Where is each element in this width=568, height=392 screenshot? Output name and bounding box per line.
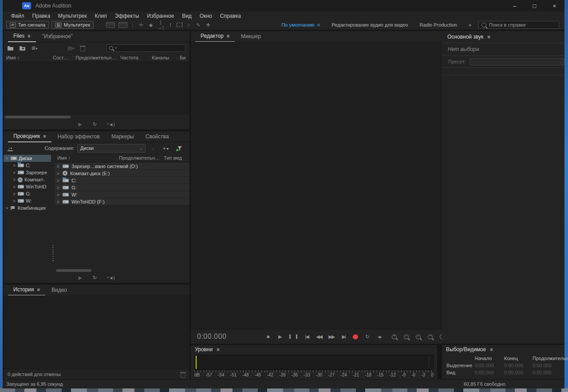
filter-icon[interactable] — [177, 145, 183, 151]
time-selection-tool-icon[interactable]: I — [167, 22, 174, 27]
content-select[interactable]: Диски ⌄ — [77, 144, 146, 153]
column-header[interactable]: Тип мед — [161, 155, 189, 161]
preset-select[interactable]: ⌄ — [469, 58, 565, 66]
tab-markers[interactable]: Маркеры — [106, 131, 139, 142]
clear-history-trash-icon[interactable] — [181, 373, 185, 378]
marquee-selection-tool-icon[interactable] — [177, 23, 182, 27]
tree-item[interactable]: > C: — [4, 162, 51, 169]
column-header[interactable]: Имя ↑ — [4, 55, 50, 60]
selection-end[interactable]: 0:00.000 — [504, 363, 532, 368]
chevron-icon[interactable]: > — [56, 163, 60, 169]
column-header[interactable]: Би — [177, 55, 189, 60]
tree-item[interactable]: > G: — [4, 190, 51, 197]
tab-properties[interactable]: Свойства — [140, 131, 174, 142]
files-search-input[interactable]: ▾ — [106, 44, 185, 52]
paintbrush-tool-icon[interactable]: ✎ — [195, 22, 202, 28]
menu-item[interactable]: Файл — [7, 13, 28, 19]
drive-row[interactable]: > C: — [55, 177, 189, 184]
chevron-icon[interactable]: > — [56, 177, 60, 183]
tab-favorites[interactable]: "Избранное" — [37, 31, 78, 42]
chevron-icon[interactable]: > — [12, 184, 16, 190]
chevron-icon[interactable]: > — [4, 157, 10, 160]
history-list-empty[interactable] — [4, 295, 189, 369]
auto-play-speaker-icon[interactable]: ◄) — [107, 275, 114, 280]
scroll-thumb[interactable] — [56, 269, 91, 272]
chevron-icon[interactable]: > — [56, 192, 60, 197]
minimize-button[interactable]: – — [505, 0, 525, 12]
auto-play-speaker-icon[interactable]: ◄) — [107, 122, 114, 127]
chevron-icon[interactable]: > — [12, 198, 16, 204]
workspace-radio-production[interactable]: Radio Production — [415, 22, 461, 27]
loop-playback-icon[interactable]: ↻ — [93, 275, 97, 281]
chevron-icon[interactable]: > — [12, 170, 16, 176]
back-arrow-icon[interactable]: ← — [151, 145, 156, 151]
skip-to-start-button[interactable]: |◀ — [304, 334, 309, 340]
level-meter[interactable] — [194, 355, 434, 370]
tab-history[interactable]: История≡ — [8, 284, 45, 296]
column-header[interactable]: Продолжительн… — [73, 55, 118, 60]
record-button[interactable] — [353, 334, 358, 339]
import-file-icon[interactable] — [20, 47, 25, 51]
help-search-input[interactable]: Поиск в справке — [478, 21, 559, 29]
menu-item[interactable]: Справка — [216, 13, 245, 19]
tree-item[interactable]: > W: — [4, 197, 51, 204]
files-column-headers[interactable]: Имя ↑Сост…Продолжительн…ЧастотаКаналыБи — [4, 54, 189, 62]
panel-menu-icon[interactable]: ≡ — [490, 347, 493, 352]
column-header[interactable]: Сост… — [50, 55, 73, 60]
tree-item[interactable]: > Компакт- — [4, 176, 51, 183]
play-button[interactable]: ▶ — [277, 334, 283, 340]
menu-item[interactable]: Эффекты — [111, 13, 143, 19]
slip-tool-icon[interactable]: |↔| — [157, 20, 164, 30]
fast-forward-button[interactable]: ▶▶ — [328, 334, 334, 340]
tree-resize-gripper[interactable] — [51, 154, 55, 272]
selection-start[interactable]: 0:00.000 — [475, 363, 504, 368]
view-start[interactable]: 0:00.000 — [475, 370, 504, 375]
zoom-in-button[interactable]: + — [392, 334, 397, 339]
waveform-display-icon[interactable] — [118, 22, 127, 28]
scroll-thumb[interactable] — [5, 116, 71, 118]
skip-selection-button[interactable]: ◂▸ — [377, 334, 382, 340]
drive-row[interactable]: > W: — [55, 191, 189, 198]
open-file-icon[interactable] — [8, 47, 13, 51]
tab-explorer[interactable]: Проводник≡ — [8, 131, 51, 142]
view-duration[interactable]: 0:00.000 — [532, 370, 568, 375]
chevron-icon[interactable]: > — [12, 177, 16, 183]
view-end[interactable]: 0:00.000 — [504, 370, 532, 375]
tab-effects-rack[interactable]: Набор эффектов — [52, 131, 105, 142]
panel-menu-icon[interactable]: ≡ — [487, 34, 490, 39]
loop-playback-button[interactable]: ↻ — [365, 334, 370, 340]
move-tool-icon[interactable]: ✛ — [138, 22, 145, 28]
drive-row[interactable]: > G: — [55, 184, 189, 191]
files-hscrollbar[interactable] — [4, 115, 189, 119]
close-button[interactable]: × — [544, 0, 564, 12]
menu-item[interactable]: Правка — [28, 13, 55, 19]
column-header[interactable]: Имя ↑ — [55, 155, 116, 161]
tree-item[interactable]: > Диски — [4, 155, 51, 162]
spot-healing-tool-icon[interactable]: ✚ — [205, 22, 212, 28]
menu-item[interactable]: Мультитрек — [54, 13, 91, 19]
multitrack-view-button[interactable]: ▤ Мультитрек — [51, 21, 94, 29]
zoom-in-full-button[interactable]: ⌐ — [416, 334, 421, 339]
stop-button[interactable]: ■ — [265, 334, 271, 339]
menu-item[interactable]: Окно — [196, 13, 216, 19]
play-icon[interactable]: ▶ — [79, 275, 82, 281]
tree-item[interactable]: > Комбинация — [4, 204, 51, 212]
column-header[interactable]: Каналы — [149, 55, 177, 60]
panel-menu-icon[interactable]: ≡ — [217, 347, 219, 352]
drive-row[interactable]: > WinToHDD (F:) — [55, 198, 189, 205]
tab-editor[interactable]: Редактор≡ — [195, 31, 235, 42]
files-list-empty[interactable] — [4, 62, 189, 115]
chevron-icon[interactable]: > — [12, 191, 16, 197]
chevron-icon[interactable]: > — [56, 170, 60, 176]
play-icon[interactable]: ▶ — [79, 122, 82, 127]
workspace-default[interactable]: По умолчанию≡ — [277, 22, 324, 27]
tab-files[interactable]: Files≡ — [8, 31, 36, 42]
zoom-out-button[interactable]: – — [404, 334, 409, 339]
pause-button[interactable] — [289, 334, 297, 339]
tab-video[interactable]: Видео — [46, 285, 72, 295]
tree-item[interactable]: > WinToHD — [4, 183, 51, 190]
chevron-icon[interactable]: > — [56, 199, 60, 204]
spectral-display-icon[interactable] — [106, 22, 115, 28]
rewind-button[interactable]: ◀◀ — [316, 334, 322, 340]
editor-canvas-empty[interactable] — [191, 42, 443, 329]
